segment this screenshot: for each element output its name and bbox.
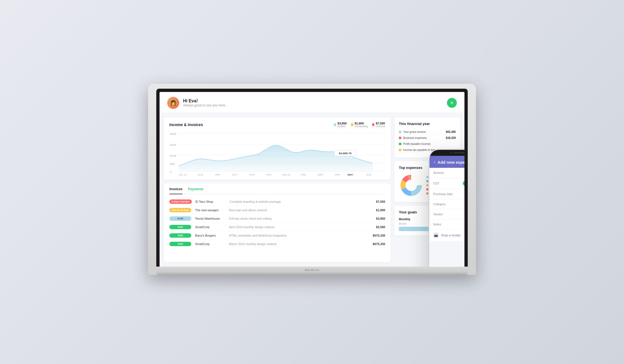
gst-toggle[interactable] <box>463 181 464 186</box>
fin-label-gross: Your gross income <box>399 130 426 133</box>
app-content: 👩 Hi Eva! Always good to see you here. + <box>160 92 464 267</box>
legend-overdue-text: $7,550 Overdue <box>376 122 385 128</box>
snap-receipt-label: Snap a receipt <box>441 234 460 237</box>
invoice-desc: Complete branding & website package <box>229 200 372 203</box>
invoice-amount: $7,550 <box>376 200 385 203</box>
phone-home <box>429 266 464 267</box>
expense-label-notes: Notes <box>433 223 441 226</box>
legend-overdue-value: $7,550 <box>376 122 385 125</box>
laptop: 👩 Hi Eva! Always good to see you here. + <box>148 84 476 291</box>
table-row: Paid Barry's Burgers HTML newsletter and… <box>169 231 385 240</box>
donut-chart <box>399 173 423 198</box>
svg-text:MAY: MAY <box>348 174 353 176</box>
screen-bezel: 👩 Hi Eva! Always good to see you here. + <box>156 89 468 267</box>
phone-notch <box>429 150 464 156</box>
fin-dot-gross <box>399 131 401 133</box>
invoice-amount: $675,330 <box>373 242 385 246</box>
chart-card: Income & invoices $3,850 Drafted <box>164 117 391 180</box>
legend-dot-contractors <box>426 180 428 182</box>
fin-label-tax: Income tax payable to date <box>399 148 436 151</box>
invoice-client: The new savages <box>195 208 225 212</box>
expense-label-vendor: Vendor <box>433 213 443 216</box>
phone: ‹ Add new expense Amount $3,363.00 › <box>429 149 464 267</box>
chart-area: $20k $15k $10k $5k 0 <box>169 130 385 177</box>
expense-label-date: Purchase date <box>433 192 453 196</box>
status-badge: Due in 28 days <box>169 208 191 212</box>
financial-year-title: This financial year <box>399 122 456 126</box>
legend-dot-rent <box>426 184 428 186</box>
invoice-client: SmartCorp <box>195 242 225 246</box>
invoice-amount: $2,500 <box>376 225 385 229</box>
legend-outstanding-text: $1,800 Outstanding <box>355 122 368 128</box>
add-button[interactable]: + <box>447 98 457 108</box>
svg-text:DEC: DEC <box>266 174 272 176</box>
svg-text:NOV: NOV <box>249 174 255 176</box>
chart-svg: $20k $15k $10k $5k 0 <box>169 130 385 177</box>
status-badge: Paid <box>169 242 191 246</box>
invoice-desc: New logo and album artwork <box>229 208 372 212</box>
invoice-client: Tennis Warehouse <box>195 217 225 220</box>
invoice-desc: HTML newsletter and Mailchimp integratio… <box>229 234 369 237</box>
legend-dot-outstanding <box>351 123 353 126</box>
expense-form-rows: Amount $3,363.00 › GST <box>429 168 464 241</box>
expense-row-category[interactable]: Category Camera gear › <box>429 199 464 209</box>
invoice-amount: $1,800 <box>376 208 385 212</box>
fin-row-gross: Your gross income $65,386 <box>399 129 456 135</box>
svg-text:OCT: OCT <box>232 174 238 176</box>
svg-text:FEB: FEB <box>301 174 306 176</box>
left-panel: Income & invoices $3,850 Drafted <box>164 117 391 262</box>
svg-text:JAN 16: JAN 16 <box>282 174 290 176</box>
expense-row-notes[interactable]: Notes Nikon D810 › <box>429 219 464 229</box>
tab-payments[interactable]: Payments <box>188 187 204 192</box>
expense-row-gst[interactable]: GST $305.72 › <box>429 178 464 189</box>
fin-label-profit-text: Profit (taxable income) <box>403 142 431 145</box>
fin-dot-profit <box>399 143 401 145</box>
laptop-body: 👩 Hi Eva! Always good to see you here. + <box>148 84 476 275</box>
fin-label-tax-text: Income tax payable to date <box>403 148 436 151</box>
invoices-tabs: Invoices Payments <box>169 187 385 194</box>
tab-invoices[interactable]: Invoices <box>169 187 183 194</box>
svg-text:JUL 15: JUL 15 <box>179 174 187 176</box>
legend-overdue-label: Overdue <box>376 125 385 128</box>
invoices-card: Invoices Payments 8 days overdue El Taco… <box>164 183 391 262</box>
greeting: Hi Eva! <box>183 99 226 103</box>
legend-drafted-text: $3,850 Drafted <box>337 122 347 128</box>
avatar-emoji: 👩 <box>170 100 176 106</box>
invoice-desc: March 2016 monthly design retainer <box>229 242 369 246</box>
home-button[interactable] <box>457 266 464 267</box>
fin-dot-expenses <box>399 137 401 139</box>
back-button[interactable]: ‹ <box>434 160 435 165</box>
expense-label-category: Category <box>433 202 446 206</box>
laptop-screen: 👩 Hi Eva! Always good to see you here. + <box>160 92 464 267</box>
legend-dot-overdue <box>372 123 374 126</box>
legend-outstanding-value: $1,800 <box>355 122 368 125</box>
fin-row-expenses: Business expenses $18,329 <box>399 135 456 141</box>
svg-point-30 <box>406 180 416 190</box>
table-row: Draft Tennis Warehouse Full day photo sh… <box>169 214 385 223</box>
fin-label-expenses-text: Business expenses <box>403 136 427 139</box>
chart-title: Income & invoices <box>169 123 203 127</box>
expense-row-amount[interactable]: Amount $3,363.00 › <box>429 168 464 178</box>
fin-value-expenses: $18,329 <box>446 136 456 139</box>
expense-value-gst: $305.72 › <box>463 181 464 186</box>
table-row: Due in 28 days The new savages New logo … <box>169 206 385 214</box>
main-layout: Income & invoices $3,850 Drafted <box>160 113 464 267</box>
chart-header: Income & invoices $3,850 Drafted <box>169 122 385 128</box>
legend-outstanding-label: Outstanding <box>355 125 368 128</box>
invoice-client: El Taco Shop <box>196 200 226 203</box>
chart-legend: $3,850 Drafted $1,800 <box>334 122 385 128</box>
avatar: 👩 <box>167 97 179 109</box>
expense-row-date[interactable]: Purchase date 5 Jun, 2016 › <box>429 189 464 199</box>
phone-notch-bar <box>454 152 464 153</box>
legend-drafted-label: Drafted <box>337 125 347 128</box>
invoice-amount: $675,330 <box>373 234 385 237</box>
expense-label-amount: Amount <box>433 171 444 174</box>
svg-text:0: 0 <box>170 171 172 173</box>
header-text: Hi Eva! Always good to see you here. <box>183 99 226 107</box>
svg-text:$5k: $5k <box>170 163 175 165</box>
expense-row-vendor[interactable]: Vendor Ted's Camera › <box>429 209 464 219</box>
legend-drafted: $3,850 Drafted <box>334 122 347 128</box>
legend-dot-advertising <box>426 176 428 178</box>
snap-receipt-row[interactable]: 📷 Snap a receipt › <box>429 229 464 241</box>
fin-row-profit: Profit (taxable income) <box>399 141 456 147</box>
